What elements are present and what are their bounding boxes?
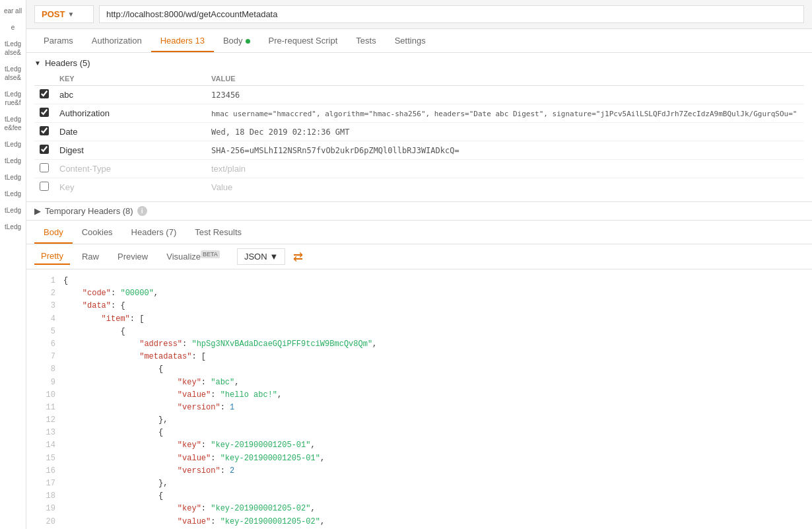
- json-line-19: 19 "key": "key-201900001205-02",: [26, 503, 812, 515]
- col-checkbox: [34, 72, 54, 86]
- json-line-16: 16 "version": 2: [26, 465, 812, 477]
- row3-checkbox-cell: [34, 123, 54, 141]
- row6-checkbox[interactable]: [40, 182, 49, 191]
- json-line-8: 8 {: [26, 363, 812, 376]
- row6-checkbox-cell: [34, 178, 54, 197]
- json-line-12: 12 },: [26, 414, 812, 427]
- response-tabs-bar: Body Cookies Headers (7) Test Results: [26, 221, 812, 244]
- row2-key: Authorization: [54, 104, 206, 123]
- json-line-17: 17 },: [26, 477, 812, 490]
- tab-params[interactable]: Params: [34, 29, 83, 52]
- tab-response-headers[interactable]: Headers (7): [122, 221, 186, 244]
- json-line-1: 1 {: [26, 275, 812, 287]
- json-line-20: 20 "value": "key-201900001205-02",: [26, 516, 812, 528]
- tab-tests[interactable]: Tests: [347, 29, 385, 52]
- row4-value: SHA-256=uMSLhI12NSRn57fvOb2ukrD6pZMQl0ll…: [206, 141, 804, 160]
- headers-section-label: Headers (5): [45, 58, 90, 68]
- headers-section: ▼ Headers (5) KEY VALUE abc 123456: [26, 53, 812, 202]
- json-line-11: 11 "version": 1: [26, 402, 812, 414]
- method-chevron-icon: ▼: [67, 11, 74, 18]
- sidebar-item-4[interactable]: tLedg alse&: [0, 61, 26, 86]
- url-input[interactable]: [99, 5, 804, 23]
- format-select[interactable]: JSON ▼: [237, 248, 286, 265]
- tab-cookies[interactable]: Cookies: [73, 221, 122, 244]
- table-row: Key Value: [34, 178, 804, 197]
- temp-headers-expand-icon: ▶: [34, 206, 41, 216]
- wrap-icon[interactable]: ⇄: [293, 250, 303, 264]
- row5-checkbox[interactable]: [40, 163, 49, 172]
- sidebar-item-8[interactable]: tLedg: [0, 153, 26, 169]
- headers-collapse-icon: ▼: [34, 59, 41, 67]
- json-line-10: 10 "value": "hello abc!",: [26, 389, 812, 402]
- sidebar-item-1[interactable]: ear all: [0, 3, 26, 19]
- json-line-18: 18 {: [26, 490, 812, 503]
- sidebar-item-6[interactable]: tLedg e&fee: [0, 111, 26, 136]
- json-line-6: 6 "address": "hpSg3NXvBAdaDcaeGQiPFF9tci…: [26, 338, 812, 351]
- url-bar: POST ▼: [26, 0, 812, 29]
- row5-value: text/plain: [206, 160, 804, 178]
- view-bar: Pretty Raw Preview VisualizeBETA JSON ▼ …: [26, 244, 812, 269]
- headers-section-title[interactable]: ▼ Headers (5): [34, 58, 804, 68]
- method-select[interactable]: POST ▼: [34, 5, 94, 23]
- json-line-4: 4 "item": [: [26, 313, 812, 326]
- row6-key: Key: [54, 178, 206, 197]
- sidebar-item-2[interactable]: e: [0, 19, 26, 36]
- row1-value: 123456: [206, 86, 804, 104]
- tab-test-results[interactable]: Test Results: [186, 221, 251, 244]
- col-value-header: VALUE: [206, 72, 804, 86]
- method-label: POST: [42, 9, 65, 19]
- json-line-2: 2 "code": "00000",: [26, 287, 812, 300]
- json-line-14: 14 "key": "key-201900001205-01",: [26, 439, 812, 452]
- row5-checkbox-cell: [34, 160, 54, 178]
- sidebar-item-3[interactable]: tLedg alse&: [0, 36, 26, 61]
- row1-checkbox-cell: [34, 86, 54, 104]
- beta-badge: BETA: [201, 250, 220, 258]
- row2-checkbox[interactable]: [40, 108, 49, 117]
- json-content: 1 { 2 "code": "00000", 3 "data": { 4 "it…: [26, 269, 812, 529]
- row3-value: Wed, 18 Dec 2019 02:12:36 GMT: [206, 123, 804, 141]
- temp-headers-label: Temporary Headers (8): [45, 206, 133, 216]
- tab-headers[interactable]: Headers 13: [151, 29, 214, 52]
- view-btn-raw[interactable]: Raw: [75, 249, 106, 264]
- row3-key: Date: [54, 123, 206, 141]
- temp-headers-section[interactable]: ▶ Temporary Headers (8) i: [26, 202, 812, 221]
- row4-checkbox-cell: [34, 141, 54, 160]
- sidebar-item-9[interactable]: tLedg: [0, 169, 26, 186]
- sidebar-item-10[interactable]: tLedg: [0, 186, 26, 202]
- row6-value: Value: [206, 178, 804, 197]
- tab-body-response[interactable]: Body: [34, 221, 73, 244]
- table-row: Date Wed, 18 Dec 2019 02:12:36 GMT: [34, 123, 804, 141]
- row1-key: abc: [54, 86, 206, 104]
- sidebar-item-12[interactable]: tLedg: [0, 219, 26, 235]
- table-row: abc 123456: [34, 86, 804, 104]
- headers-count-badge: 13: [195, 36, 204, 46]
- row4-checkbox[interactable]: [40, 145, 49, 154]
- body-dot-icon: [246, 39, 250, 44]
- row3-checkbox[interactable]: [40, 126, 49, 135]
- view-btn-visualize[interactable]: VisualizeBETA: [160, 248, 226, 264]
- row1-checkbox[interactable]: [40, 89, 49, 98]
- headers-table: KEY VALUE abc 123456 A: [34, 72, 804, 196]
- main-panel: POST ▼ Params Authorization Headers 13 B…: [26, 0, 812, 529]
- tab-prerequest[interactable]: Pre-request Script: [259, 29, 347, 52]
- json-line-13: 13 {: [26, 427, 812, 439]
- json-line-7: 7 "metadatas": [: [26, 351, 812, 363]
- json-line-9: 9 "key": "abc",: [26, 376, 812, 389]
- table-row: Content-Type text/plain: [34, 160, 804, 178]
- view-btn-preview[interactable]: Preview: [111, 249, 154, 264]
- sidebar-item-7[interactable]: tLedg: [0, 136, 26, 153]
- view-btn-pretty[interactable]: Pretty: [34, 248, 70, 265]
- json-line-5: 5 {: [26, 326, 812, 338]
- row2-checkbox-cell: [34, 104, 54, 123]
- info-icon: i: [137, 206, 147, 216]
- tab-authorization[interactable]: Authorization: [83, 29, 151, 52]
- tab-body[interactable]: Body: [214, 29, 259, 52]
- format-chevron-icon: ▼: [270, 252, 279, 262]
- sidebar-item-11[interactable]: tLedg: [0, 202, 26, 219]
- tab-settings[interactable]: Settings: [386, 29, 435, 52]
- json-line-15: 15 "value": "key-201900001205-01",: [26, 452, 812, 465]
- table-row: Authorization hmac username="hmaccred", …: [34, 104, 804, 123]
- row2-value: hmac username="hmaccred", algorithm="hma…: [206, 104, 804, 123]
- table-row: Digest SHA-256=uMSLhI12NSRn57fvOb2ukrD6p…: [34, 141, 804, 160]
- sidebar-item-5[interactable]: tLedg rue&f: [0, 86, 26, 111]
